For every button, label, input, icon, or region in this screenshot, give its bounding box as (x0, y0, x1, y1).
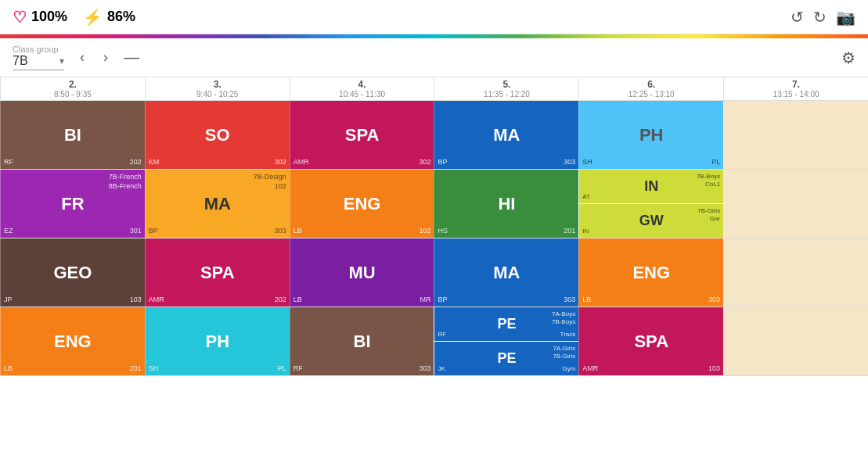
cell-subject: PE (497, 350, 516, 367)
period-3-header: 3. 9:40 - 10:25 (145, 77, 290, 100)
cell-room: 303 (275, 227, 286, 235)
cell-subject: ENG (54, 332, 92, 352)
heart-metric: ♡ 100% (13, 8, 67, 27)
cell-r1-ph[interactable]: PH SH PL (578, 101, 723, 169)
cell-teacher: AT (582, 193, 590, 200)
cell-subject: SPA (200, 263, 235, 283)
bolt-value: 86% (107, 9, 135, 25)
cell-r3-eng[interactable]: ENG LB 303 (578, 238, 723, 307)
cell-r4-bi[interactable]: BI RF 303 (290, 307, 434, 375)
cell-r2-hi[interactable]: HI HS 201 (434, 170, 578, 238)
period-6-time: 12:25 - 13:10 (628, 90, 675, 99)
camera-button[interactable]: 📷 (836, 8, 855, 27)
cell-tr-label: 7B-GirlsGar (697, 207, 720, 224)
gear-icon[interactable]: ⚙ (841, 48, 855, 67)
cell-r2-in-top[interactable]: 7B-BoysCoL1 IN AT (579, 170, 723, 203)
period-7-header: 7. 13:15 - 14:00 (723, 77, 868, 100)
cell-teacher: BP (438, 158, 447, 166)
cell-r4-empty (723, 307, 868, 375)
cell-r3-ma[interactable]: MA BP 303 (434, 238, 578, 307)
cell-teacher: AMR (294, 158, 309, 166)
period-3-time: 9:40 - 10:25 (196, 90, 238, 99)
period-3-num: 3. (214, 79, 222, 90)
prev-period-button[interactable]: ‹ (77, 49, 88, 66)
cell-subject: ENG (344, 194, 381, 214)
cell-r4-ph[interactable]: PH SH PL (145, 307, 290, 375)
undo-button[interactable]: ↺ (791, 8, 804, 27)
cell-teacher: LB (294, 227, 302, 235)
cell-subject: MA (204, 194, 231, 214)
cell-teacher: RF (294, 364, 303, 372)
cell-room: 201 (130, 364, 142, 372)
cell-teacher: RF (438, 331, 446, 338)
cell-subject: IN (644, 178, 658, 195)
cell-teacher: HS (438, 227, 448, 235)
cell-subject: MU (348, 263, 375, 283)
cell-room: 303 (419, 364, 430, 372)
cell-room: Gym (562, 365, 575, 372)
cell-r3-spa[interactable]: SPA AMR 202 (145, 238, 290, 307)
schedule-row-4: ENG LB 201 PH SH PL BI RF 303 7A-Boys7B-… (0, 307, 868, 376)
period-6-num: 6. (647, 79, 655, 90)
redo-button[interactable]: ↻ (813, 8, 827, 27)
cell-tr-label: 7B-BoysCoL1 (697, 173, 720, 189)
heart-icon: ♡ (13, 8, 27, 27)
cell-r3-geo[interactable]: GEO JP 103 (0, 238, 145, 307)
cell-r4-spa[interactable]: SPA AMR 103 (578, 307, 723, 375)
class-group-value[interactable]: 7B (13, 54, 59, 68)
cell-tr-label: 7A-Girls7B-Girls (553, 345, 575, 361)
cell-r2-in-gw-split[interactable]: 7B-BoysCoL1 IN AT 7B-GirlsGar GW IN (578, 170, 723, 238)
cell-room: 202 (275, 296, 286, 303)
period-2-num: 2. (69, 79, 77, 90)
period-6-header: 6. 12:25 - 13:10 (578, 77, 723, 100)
cell-r3-empty (723, 238, 868, 307)
cell-subject: PH (639, 125, 664, 145)
cell-room: 301 (130, 227, 142, 235)
cell-label-tr2: 7B-French8B-French (109, 173, 142, 191)
class-group-label-text: Class group (13, 45, 64, 54)
cell-r1-ma[interactable]: MA BP 303 (434, 101, 578, 169)
cell-room: PL (711, 158, 720, 166)
cell-r3-mu[interactable]: MU LB MR (290, 238, 434, 307)
top-bar: ♡ 100% ⚡ 86% ↺ ↻ 📷 (0, 0, 868, 34)
cell-subject: SPA (345, 125, 380, 145)
cell-room: MR (420, 296, 430, 303)
cell-r2-gw-bottom[interactable]: 7B-GirlsGar GW IN (579, 204, 723, 238)
chevron-down-icon: ▾ (59, 56, 64, 66)
cell-r1-bi[interactable]: BI RF 202 (0, 101, 145, 169)
heart-value: 100% (31, 9, 67, 25)
cell-room: 303 (564, 158, 575, 166)
cell-r1-so[interactable]: SO KM 302 (145, 101, 290, 169)
cell-r2-eng[interactable]: ENG LB 102 (290, 170, 434, 238)
cell-room: Track (560, 331, 576, 338)
cell-r2-fr[interactable]: 7B-French8B-French FR EZ 301 (0, 170, 145, 238)
cell-teacher: AMR (582, 364, 598, 372)
cell-subject: SO (205, 125, 230, 145)
cell-subject: BI (354, 332, 371, 352)
cell-teacher: KM (149, 158, 160, 166)
cell-teacher: SH (149, 364, 159, 372)
cell-room: 302 (275, 158, 286, 166)
next-period-button[interactable]: › (100, 49, 111, 66)
cell-r2-empty (723, 170, 868, 238)
minus-button[interactable]: — (124, 48, 139, 66)
cell-r4-pe-boys[interactable]: 7A-Boys7B-Boys PE RF Track (434, 307, 578, 341)
bolt-icon: ⚡ (83, 8, 103, 27)
cell-r4-pe-girls[interactable]: 7A-Girls7B-Girls PE JK Gym (434, 342, 578, 375)
cell-room: 103 (130, 296, 142, 303)
period-5-num: 5. (502, 79, 510, 90)
cell-r1-spa[interactable]: SPA AMR 302 (290, 101, 434, 169)
class-group-selector: Class group 7B ▾ (13, 45, 64, 70)
cell-r2-ma[interactable]: 7B-Design102 MA BP 303 (145, 170, 290, 238)
cell-subject: HI (498, 194, 515, 214)
cell-subject: PH (205, 332, 229, 352)
period-7-time: 13:15 - 14:00 (773, 90, 819, 99)
cell-teacher: EZ (4, 227, 13, 235)
cell-room: 303 (708, 296, 720, 303)
cell-teacher: IN (582, 228, 589, 235)
cell-subject: GEO (53, 263, 92, 283)
cell-room: 302 (419, 158, 430, 166)
cell-room: 303 (564, 296, 575, 303)
cell-r4-eng[interactable]: ENG LB 201 (0, 307, 145, 375)
cell-r4-pe-split[interactable]: 7A-Boys7B-Boys PE RF Track 7A-Girls7B-Gi… (434, 307, 578, 375)
